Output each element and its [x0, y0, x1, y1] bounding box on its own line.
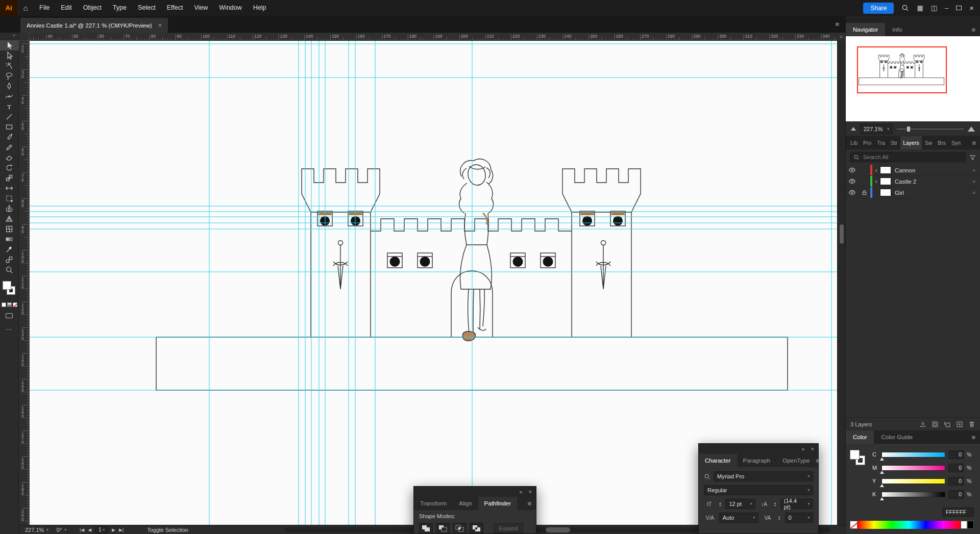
- tracking-stepper[interactable]: ▴▾: [777, 515, 782, 520]
- vertical-scrollbar-thumb[interactable]: [840, 224, 844, 244]
- artboard-number-select[interactable]: 1 ▾: [95, 526, 108, 533]
- selection-tool[interactable]: [0, 40, 19, 50]
- layer-name[interactable]: Cannon: [895, 167, 968, 173]
- character-panel[interactable]: « × Character Paragraph OpenType ≡ Myria…: [698, 443, 819, 534]
- color-spectrum-bar[interactable]: [857, 521, 961, 529]
- restore-button[interactable]: [956, 6, 962, 10]
- none-swatch[interactable]: [850, 521, 857, 529]
- horizontal-scrollbar-thumb[interactable]: [546, 527, 570, 532]
- eyedropper-tool[interactable]: [0, 244, 19, 255]
- color-paint-button[interactable]: [2, 302, 6, 307]
- yellow-value[interactable]: 0: [948, 477, 964, 486]
- leading-select[interactable]: (14.4 pt) ▾: [780, 499, 813, 509]
- arrange-documents-icon[interactable]: ▦: [917, 4, 923, 12]
- curvature-tool[interactable]: [0, 91, 19, 101]
- layer-row-cannon[interactable]: › Cannon ○: [846, 165, 980, 176]
- share-button[interactable]: Share: [863, 3, 894, 14]
- navigator-menu-icon[interactable]: ≡: [971, 26, 980, 34]
- search-icon[interactable]: [901, 4, 909, 12]
- collapse-panel-icon[interactable]: «: [519, 489, 522, 495]
- font-size-stepper[interactable]: ▴▾: [718, 501, 723, 506]
- document-tab[interactable]: Annies Castle 1.ai* @ 227.1 % (CMYK/Prev…: [20, 18, 168, 33]
- shape-builder-tool[interactable]: [0, 204, 19, 214]
- panel-menu-icon[interactable]: ≡: [816, 457, 824, 465]
- menu-select[interactable]: Select: [132, 0, 161, 16]
- free-transform-tool[interactable]: [0, 193, 19, 204]
- slider-knob[interactable]: [880, 497, 884, 500]
- menu-object[interactable]: Object: [78, 0, 107, 16]
- expand-toolbar-icon[interactable]: »: [13, 33, 18, 40]
- minus-front-button[interactable]: [436, 523, 450, 534]
- workspace-switcher-icon[interactable]: ◫: [931, 4, 937, 12]
- slider-knob[interactable]: [880, 484, 884, 487]
- last-artboard-button[interactable]: ▶|: [119, 527, 124, 532]
- layer-thumbnail[interactable]: [880, 166, 891, 174]
- first-artboard-button[interactable]: |◀: [80, 527, 84, 532]
- tab-pathfinder[interactable]: Pathfinder: [478, 497, 517, 510]
- edit-toolbar-button[interactable]: …: [6, 324, 13, 332]
- layer-row-castle-2[interactable]: › Castle 2 ○: [846, 176, 980, 187]
- layer-target-icon[interactable]: ○: [968, 190, 980, 195]
- vertical-scrollbar[interactable]: [837, 41, 845, 525]
- layer-target-icon[interactable]: ○: [968, 179, 980, 184]
- font-search-icon[interactable]: [704, 473, 710, 480]
- fill-swatch[interactable]: [850, 450, 860, 460]
- layer-target-icon[interactable]: ○: [968, 167, 980, 173]
- visibility-toggle[interactable]: [846, 187, 859, 198]
- font-size-select[interactable]: 12 pt ▾: [725, 499, 755, 509]
- tab-info[interactable]: Info: [885, 23, 909, 36]
- exclude-button[interactable]: [470, 523, 483, 534]
- make-clipping-mask-icon[interactable]: [932, 421, 939, 428]
- navigator-zoom-slider[interactable]: [897, 129, 964, 130]
- expand-chevron-icon[interactable]: ›: [872, 178, 880, 185]
- expand-button[interactable]: Expand: [494, 523, 523, 533]
- panel-tab-str[interactable]: Str: [888, 136, 900, 149]
- blend-tool[interactable]: [0, 255, 19, 265]
- close-panel-icon[interactable]: ×: [811, 446, 814, 452]
- font-style-select[interactable]: Regular ▾: [704, 485, 813, 495]
- black-slider[interactable]: [881, 492, 945, 497]
- panel-tab-pro[interactable]: Pro: [861, 136, 874, 149]
- shaper-tool[interactable]: [0, 142, 19, 152]
- visibility-toggle[interactable]: [846, 176, 859, 187]
- tab-character[interactable]: Character: [699, 454, 737, 467]
- gradient-paint-button[interactable]: [7, 302, 12, 307]
- close-panel-icon[interactable]: ×: [529, 489, 532, 495]
- black-swatch[interactable]: [967, 521, 974, 529]
- zoom-in-mountain-icon[interactable]: [968, 126, 975, 132]
- tab-paragraph[interactable]: Paragraph: [737, 454, 777, 467]
- close-window-button[interactable]: ×: [969, 4, 974, 12]
- tab-opentype[interactable]: OpenType: [776, 454, 816, 467]
- fill-swatch[interactable]: [3, 281, 11, 290]
- layer-row-girl[interactable]: Girl ○: [846, 187, 980, 198]
- search-input[interactable]: [862, 154, 962, 161]
- font-family-select[interactable]: Myriad Pro ▾: [714, 471, 813, 481]
- leading-stepper[interactable]: ▴▾: [773, 501, 777, 506]
- intersect-button[interactable]: [453, 523, 467, 534]
- line-segment-tool[interactable]: [0, 112, 19, 122]
- perspective-grid-tool[interactable]: [0, 214, 19, 224]
- panel-tab-tra[interactable]: Tra: [874, 136, 887, 149]
- black-value[interactable]: 0: [948, 490, 964, 499]
- vertical-ruler[interactable]: 2030405060708090100110120130140150160170…: [19, 41, 30, 525]
- tracking-select[interactable]: 0 ▾: [785, 513, 813, 523]
- rotate-tool[interactable]: [0, 163, 19, 173]
- menu-window[interactable]: Window: [213, 0, 247, 16]
- width-tool[interactable]: [0, 183, 19, 193]
- unite-button[interactable]: [419, 523, 433, 534]
- statusbar-zoom-select[interactable]: 227.1% ▾: [21, 525, 53, 534]
- direct-selection-tool[interactable]: [0, 50, 19, 61]
- next-artboard-button[interactable]: ▶: [112, 527, 115, 532]
- slider-knob[interactable]: [880, 457, 884, 461]
- scale-tool[interactable]: [0, 173, 19, 183]
- previous-artboard-button[interactable]: ◀: [88, 527, 91, 532]
- visibility-toggle[interactable]: [846, 165, 859, 175]
- horizontal-ruler[interactable]: 4050607080901001101201301401501601701801…: [30, 33, 845, 41]
- color-fill-stroke[interactable]: [850, 450, 871, 471]
- panel-tab-syn[interactable]: Syn: [949, 136, 963, 149]
- navigator-zoom-select[interactable]: 227.1% ▾: [860, 124, 893, 134]
- eraser-tool[interactable]: [0, 152, 19, 163]
- menu-file[interactable]: File: [34, 0, 55, 16]
- cyan-slider[interactable]: [881, 452, 945, 457]
- pen-tool[interactable]: [0, 81, 19, 91]
